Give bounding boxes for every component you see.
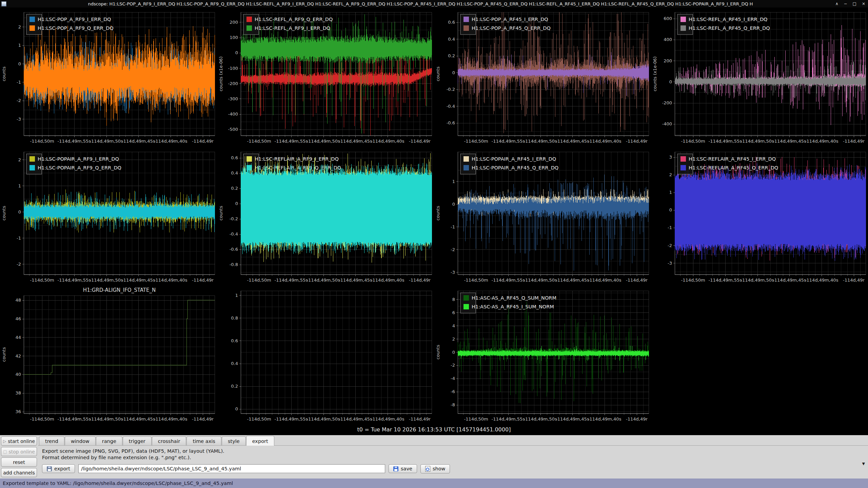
y-tick-label: -400 [662, 121, 672, 126]
x-tick-label: -114d,49m,40s [154, 416, 188, 422]
legend-swatch [29, 165, 35, 170]
y-axis-label: counts (x1e-06) [652, 57, 657, 92]
x-tick-label: -114d,49m,45s [773, 139, 806, 144]
plot-cell-popair-a-rf9: 210-1-2-114d,50m-114d,49m,55s-114d,49m,5… [0, 147, 217, 286]
plot-grd-align-ifo-state[interactable]: 48464442403836-114d,50m-114d,49m,55s-114… [0, 286, 217, 425]
y-axis-label: counts [218, 206, 223, 221]
plot-cell-grd-align-ifo-state: 48464442403836-114d,50m-114d,49m,55s-114… [0, 286, 217, 425]
plot-cell-refl-a-rf9: 2001000-100-200-300-400-500-114d,50m-114… [217, 7, 434, 147]
plot-empty-axes[interactable]: 10.80.60.40.20-114d,50m-114d,49m,55s-114… [217, 286, 434, 425]
start-online-label: start online [8, 439, 35, 444]
tab-style[interactable]: style [222, 436, 246, 446]
series-h1-lsc-reflair-a-rf9-q-err-dq [241, 163, 432, 255]
x-tick-label: -114d,49m,55s [275, 416, 308, 422]
y-tick-label: -300 [228, 96, 238, 101]
y-tick-label: 0.6 [231, 338, 238, 343]
x-tick-label: -114d,49m,55s [492, 139, 525, 144]
plot-cell-reflair-a-rf9: 0.60.40.20-0.2-0.4-0.6-0.8-114d,50m-114d… [217, 147, 434, 286]
legend-swatch [463, 304, 469, 309]
plot-asc-as-a-rf45[interactable]: 86420-2-4-6-8-114d,50m-114d,49m,55s-114d… [434, 286, 651, 425]
plot-cell-refl-a-rf45: 6004002000-200-400-114d,50m-114d,49m,55s… [651, 7, 868, 147]
y-tick-label: -1 [17, 80, 21, 85]
y-tick-label: 0 [669, 207, 672, 212]
scroll-down-icon[interactable]: ▼ [862, 462, 865, 466]
tab-trigger[interactable]: trigger [123, 436, 152, 446]
legend-channel-name: H1:LSC-POPAIR_A_RF9_I_ERR_DQ [38, 156, 119, 162]
show-button[interactable]: show [420, 464, 450, 473]
legend-swatch [680, 25, 686, 31]
plot-popair-a-rf45[interactable]: 10-1-2-3-114d,50m-114d,49m,55s-114d,49m,… [434, 147, 651, 286]
export-path-input[interactable] [78, 464, 385, 473]
plot-title: H1:GRD-ALIGN_IFO_STATE_N [83, 287, 156, 293]
legend-swatch [463, 17, 469, 22]
y-tick-label: 0.8 [231, 316, 238, 321]
shade-button[interactable]: ∧ [835, 1, 839, 6]
stop-online-label: stop online [8, 449, 35, 454]
y-tick-label: -2 [17, 98, 21, 103]
y-tick-label: 0.4 [448, 37, 455, 42]
plot-popair-a-rf9[interactable]: 210-1-2-114d,50m-114d,49m,55s-114d,49m,5… [0, 147, 217, 286]
x-tick-label: -114d,49m,45s [556, 416, 589, 422]
y-axis-label: counts [1, 66, 6, 81]
legend-channel-name: H1:LSC-POP_A_RF45_I_ERR_DQ [472, 17, 548, 22]
start-online-button[interactable]: ▷start online [1, 436, 37, 446]
plot-pop-a-rf9[interactable]: 210-1-2-3-114d,50m-114d,49m,55s-114d,49m… [0, 7, 217, 147]
titlebar: ndscope: H1:LSC-POP_A_RF9_I_ERR_DQ H1:LS… [0, 0, 868, 7]
y-tick-label: -0.4 [230, 231, 238, 237]
y-tick-label: 100 [230, 35, 238, 40]
x-tick-label: -114d,49m,40s [588, 416, 622, 422]
y-tick-label: -100 [228, 66, 238, 71]
x-tick-label: -114d,49m,50s [524, 278, 557, 283]
export-button[interactable]: export [42, 464, 75, 473]
tab-range[interactable]: range [96, 436, 122, 446]
tab-trend[interactable]: trend [39, 436, 64, 446]
plot-refl-a-rf9[interactable]: 2001000-100-200-300-400-500-114d,50m-114… [217, 7, 434, 147]
y-axis-label: counts [435, 66, 440, 81]
legend: H1:LSC-POP_A_RF9_I_ERR_DQH1:LSC-POP_A_RF… [26, 14, 114, 35]
x-tick-label: -114d,49r [409, 139, 431, 144]
plot-reflair-a-rf9[interactable]: 0.60.40.20-0.2-0.4-0.6-0.8-114d,50m-114d… [217, 147, 434, 286]
y-axis-label: counts [435, 206, 440, 221]
x-tick-label: -114d,49m,45s [122, 139, 155, 144]
x-tick-label: -114d,50m [247, 278, 271, 283]
legend-swatch [29, 17, 35, 22]
close-button[interactable]: × [862, 1, 865, 6]
plot-refl-a-rf45[interactable]: 6004002000-200-400-114d,50m-114d,49m,55s… [651, 7, 868, 147]
export-description-line1: Export scene image (PNG, SVG, PDF), data… [42, 448, 864, 454]
y-tick-label: 3 [669, 155, 672, 160]
x-tick-label: -114d,49m,50s [741, 139, 774, 144]
y-tick-label: -1 [668, 225, 672, 230]
x-tick-label: -114d,49r [843, 139, 865, 144]
legend: H1:LSC-POPAIR_A_RF9_I_ERR_DQH1:LSC-POPAI… [26, 154, 121, 174]
y-tick-label: 46 [15, 316, 21, 321]
legend-channel-name: H1:LSC-REFL_A_RF9_I_ERR_DQ [255, 25, 330, 31]
empty-cell [651, 286, 868, 425]
y-tick-label: -8 [451, 402, 455, 407]
y-tick-label: 0.4 [231, 170, 238, 176]
tab-time-axis[interactable]: time axis [186, 436, 221, 446]
plot-reflair-a-rf45[interactable]: 3210-1-2-3-114d,50m-114d,49m,55s-114d,49… [651, 147, 868, 286]
save-button[interactable]: save [389, 464, 417, 473]
y-axis-label: counts [1, 206, 6, 221]
y-tick-label: 2 [18, 24, 21, 29]
y-tick-label: -200 [662, 100, 672, 105]
y-tick-label: -2 [668, 243, 672, 248]
x-tick-label: -114d,49r [626, 416, 648, 422]
x-tick-label: -114d,50m [30, 139, 54, 144]
legend: H1:LSC-REFL_A_RF9_Q_ERR_DQH1:LSC-REFL_A_… [243, 14, 333, 35]
y-tick-label: 48 [15, 298, 21, 303]
add-channels-button[interactable]: add channels [1, 468, 37, 477]
control-bar: ▷start online□stop onlineresetadd channe… [0, 435, 868, 479]
reset-button[interactable]: reset [1, 458, 37, 467]
x-tick-label: -114d,49m,40s [371, 278, 405, 283]
maximize-button[interactable]: □ [853, 1, 856, 6]
legend-channel-name: H1:LSC-REFL_A_RF9_Q_ERR_DQ [255, 17, 333, 22]
legend-channel-name: H1:LSC-REFL_A_RF45_I_ERR_DQ [689, 17, 768, 22]
tab-window[interactable]: window [65, 436, 96, 446]
x-tick-label: -114d,49m,45s [122, 416, 155, 422]
tab-export[interactable]: export [246, 436, 274, 446]
plot-pop-a-rf45[interactable]: 0.60.40.20-0.2-0.4-0.6-114d,50m-114d,49m… [434, 7, 651, 147]
y-tick-label: -0.2 [447, 87, 455, 92]
tab-crosshair[interactable]: crosshair [152, 436, 186, 446]
minimize-button[interactable]: − [844, 1, 847, 6]
